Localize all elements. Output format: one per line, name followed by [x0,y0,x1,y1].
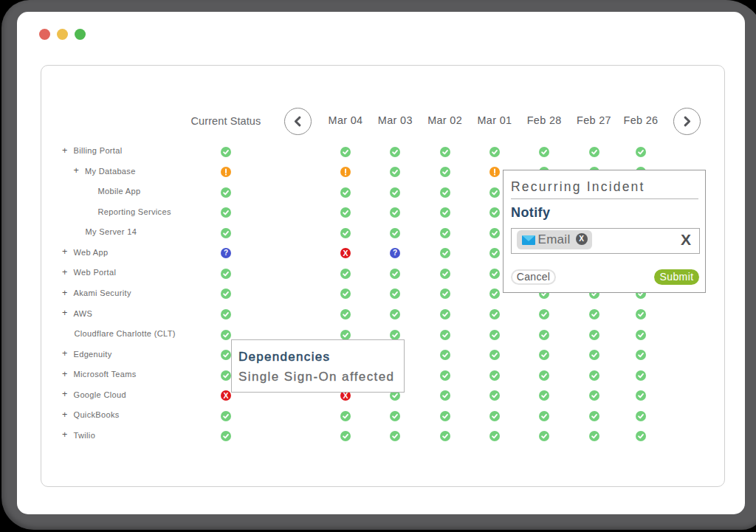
svg-text:?: ? [393,249,397,258]
svg-text:X: X [223,391,228,400]
svg-text:X: X [343,249,348,258]
svg-text:?: ? [224,249,228,258]
